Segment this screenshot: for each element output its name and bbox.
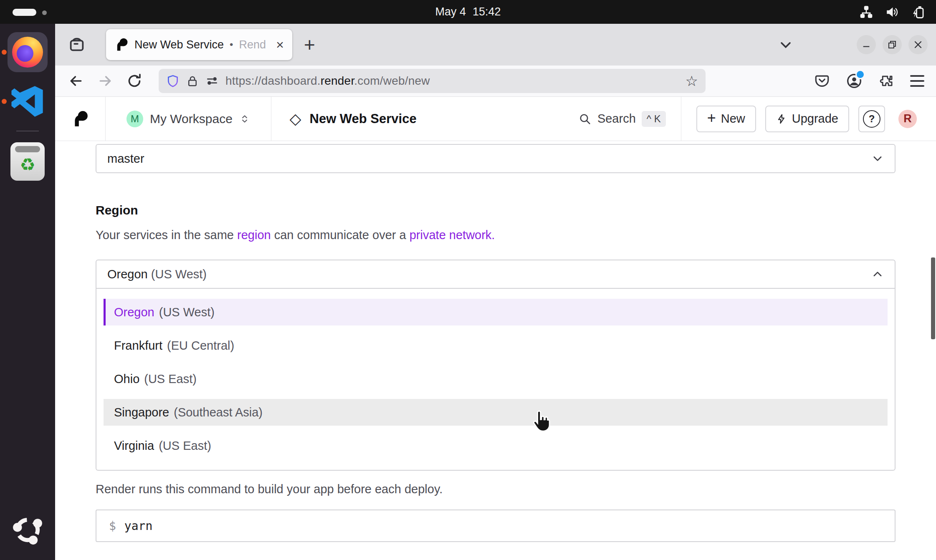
app-header: M My Workspace ◇ New Web Service [55, 97, 936, 141]
branch-select[interactable]: master [96, 144, 896, 173]
dock-item-apps[interactable] [7, 509, 48, 551]
running-indicator [2, 50, 7, 55]
bookmark-star-icon[interactable]: ☆ [686, 74, 698, 88]
unfold-chevron-icon [239, 113, 250, 125]
tab-close-icon[interactable]: × [276, 38, 284, 51]
permissions-icon[interactable] [205, 74, 219, 88]
browser-tab[interactable]: New Web Service • Rend × [106, 29, 292, 60]
chevron-up-icon [871, 268, 884, 280]
search-button[interactable]: Search ^ K [578, 111, 666, 127]
desktop-screen: May 4 15:42 [0, 0, 936, 560]
option-oregon[interactable]: Oregon (US West) [104, 299, 888, 325]
account-avatar[interactable]: R [898, 110, 917, 128]
dock-item-vscode[interactable] [7, 81, 48, 122]
list-all-tabs-chevron-icon[interactable] [777, 36, 794, 53]
region-select[interactable]: Oregon (US West) [96, 260, 896, 289]
extensions-puzzle-icon[interactable] [878, 73, 894, 89]
desc-part2: can communicate over a [271, 228, 410, 242]
clock-time: 15:42 [473, 5, 501, 18]
url-text: https://dashboard.render.com/web/new [225, 74, 430, 88]
render-logo-icon[interactable] [55, 110, 105, 128]
url-path: .com/web/new [354, 74, 430, 87]
new-tab-button[interactable]: + [304, 35, 315, 54]
workspace-avatar: M [126, 111, 143, 127]
menu-hamburger-icon[interactable] [910, 75, 924, 87]
region-heading: Region [96, 203, 896, 217]
upgrade-button-label: Upgrade [792, 112, 838, 126]
toolbar-right-icons [814, 73, 927, 89]
option-detail: (US West) [159, 305, 215, 319]
restore-button[interactable] [883, 35, 902, 54]
option-name: Oregon [114, 305, 154, 319]
lightning-icon [776, 113, 787, 125]
dock-item-trash[interactable]: ♻ [7, 141, 48, 182]
forward-button[interactable] [94, 69, 117, 93]
firefox-icon [12, 37, 43, 68]
vscode-icon [9, 83, 46, 120]
battery-charging-icon [911, 5, 925, 19]
search-icon [578, 112, 592, 126]
trash-icon: ♻ [10, 142, 45, 181]
build-command-value: yarn [124, 519, 152, 533]
dock-item-firefox[interactable] [7, 31, 48, 73]
upgrade-button[interactable]: Upgrade [765, 106, 849, 132]
build-command-note: Render runs this command to build your a… [96, 482, 896, 496]
build-command-input[interactable]: $ yarn [96, 510, 896, 542]
region-link[interactable]: region [237, 228, 271, 242]
reload-button[interactable] [123, 69, 146, 93]
url-host: render [321, 74, 354, 87]
chevron-down-icon [871, 152, 884, 165]
shell-prompt: $ [109, 519, 116, 533]
minimize-button[interactable] [857, 35, 876, 54]
page-scrollbar-thumb[interactable] [931, 257, 935, 339]
question-mark-icon: ? [863, 110, 880, 128]
account-notification-dot [855, 70, 865, 79]
help-button[interactable]: ? [858, 106, 885, 132]
option-virginia[interactable]: Virginia (US East) [104, 432, 888, 459]
new-button[interactable]: + New [696, 106, 756, 132]
lock-icon[interactable] [186, 75, 199, 87]
workspace-name: My Workspace [150, 112, 233, 126]
option-name: Virginia [114, 439, 154, 453]
system-tray[interactable] [859, 0, 925, 24]
url-bar[interactable]: https://dashboard.render.com/web/new ☆ [159, 69, 706, 93]
option-name: Ohio [114, 372, 139, 386]
form-content: master Region Your services in the same … [55, 144, 936, 542]
back-button[interactable] [64, 69, 88, 93]
plus-icon: + [707, 111, 716, 126]
option-singapore[interactable]: Singapore (Southeast Asia) [104, 399, 888, 426]
ubuntu-logo-icon [10, 512, 46, 548]
system-clock[interactable]: May 4 15:42 [0, 0, 936, 24]
tab-title: New Web Service [134, 38, 224, 51]
dock: ♻ [0, 24, 55, 560]
account-icon[interactable] [846, 73, 863, 89]
service-diamond-icon: ◇ [290, 111, 301, 126]
region-options-list: Oregon (US West) Frankfurt (EU Central) … [96, 289, 896, 471]
option-ohio[interactable]: Ohio (US East) [104, 366, 888, 392]
close-window-button[interactable] [908, 35, 928, 54]
tab-separator: • [230, 39, 233, 50]
system-top-bar: May 4 15:42 [0, 0, 936, 24]
trash-lid [15, 146, 40, 152]
network-icon [859, 5, 873, 19]
tracking-shield-icon[interactable] [166, 74, 180, 88]
tab-favicon-render-logo-icon [114, 38, 129, 52]
running-indicator [2, 99, 7, 104]
page-title: New Web Service [310, 111, 417, 126]
workspace-switcher[interactable]: M My Workspace [106, 111, 271, 127]
option-detail: (US East) [144, 372, 197, 386]
option-frankfurt[interactable]: Frankfurt (EU Central) [104, 332, 888, 359]
selected-detail: (US West) [151, 267, 207, 281]
selected-name: Oregon [107, 267, 148, 281]
pocket-icon[interactable] [814, 73, 830, 89]
recycle-glyph: ♻ [20, 156, 35, 174]
private-network-link[interactable]: private network. [410, 228, 495, 242]
new-button-label: New [721, 112, 745, 126]
region-selected-value: Oregon (US West) [107, 267, 207, 281]
firefox-view-button[interactable] [63, 32, 90, 58]
tab-bar: New Web Service • Rend × + [55, 24, 936, 66]
mouse-pointer-cursor [531, 410, 550, 432]
volume-icon [885, 5, 899, 19]
branch-value: master [107, 152, 144, 166]
option-detail: (EU Central) [167, 339, 234, 353]
